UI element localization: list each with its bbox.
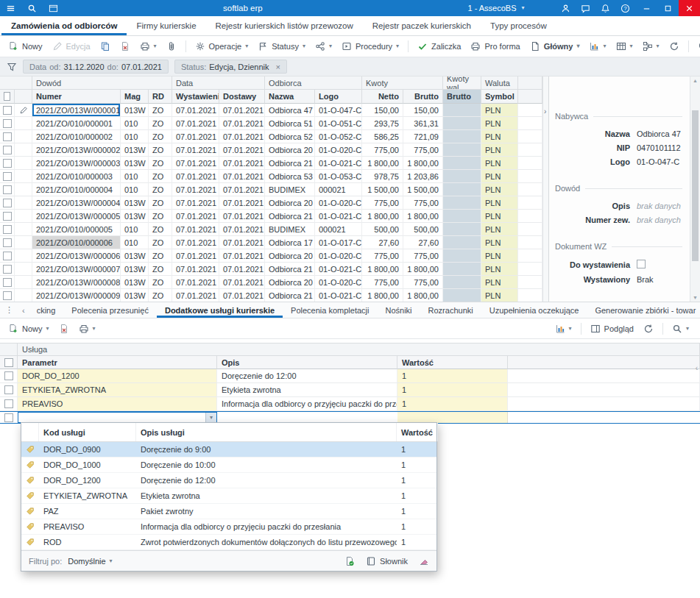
select-all-checkbox-cell[interactable]	[0, 90, 15, 104]
date-filter-chip[interactable]: Data od: 31.12.2020 do: 07.01.2021	[23, 60, 169, 74]
row-checkbox[interactable]	[3, 185, 12, 194]
row-checkbox[interactable]	[3, 291, 12, 300]
combo-dropdown-button[interactable]: ▾	[205, 413, 216, 422]
search-button[interactable]	[693, 38, 700, 54]
col-dostawy[interactable]: Dostawy	[219, 90, 265, 104]
order-row[interactable]: 2021/ZO/010/000004 010 ZO 07.01.2021 07.…	[0, 183, 542, 196]
picker-row[interactable]: DOR_DO_0900 Doręczenie do 9:00 1	[21, 442, 436, 458]
col-rd[interactable]: RD	[149, 90, 172, 104]
new-service-button[interactable]: Nowy▾	[4, 321, 54, 337]
zaliczka-button[interactable]: Zaliczka	[413, 38, 465, 54]
row-checkbox[interactable]	[4, 399, 13, 408]
col-wystawienia[interactable]: Wystawienia	[172, 90, 219, 104]
order-row[interactable]: 2021/ZO/013W/000001 013W ZO 07.01.2021 0…	[0, 104, 542, 117]
copy-button[interactable]	[96, 38, 115, 54]
col-mag[interactable]: Mag	[121, 90, 149, 104]
row-checkbox[interactable]	[3, 252, 12, 260]
group-kwoty-wal[interactable]: Kwoty wal.	[443, 76, 481, 90]
proforma-button[interactable]: Pro forma	[466, 38, 524, 54]
row-checkbox[interactable]	[3, 225, 12, 234]
order-row[interactable]: 2021/ZO/013W/000009 013W ZO 07.01.2021 0…	[0, 289, 542, 302]
statuses-menu[interactable]: Statusy▾	[253, 38, 310, 54]
row-checkbox[interactable]	[4, 371, 13, 380]
picker-row[interactable]: ROD Zwrot potwierdzonych dokumentów dołą…	[21, 535, 436, 550]
help-icon[interactable]	[617, 0, 634, 16]
group-waluta[interactable]: Waluta	[481, 76, 518, 90]
collapse-chevron-icon[interactable]: ›	[544, 107, 546, 115]
col-netto[interactable]: Netto	[362, 90, 403, 104]
picker-row[interactable]: PAZ Pakiet zwrotny 1	[21, 504, 436, 519]
col-brutto[interactable]: Brutto	[403, 90, 443, 104]
delete-service-button[interactable]	[54, 321, 74, 337]
col-wartosc[interactable]: Wartość	[397, 356, 508, 369]
print-menu[interactable]: ▾	[135, 38, 161, 54]
order-row[interactable]: 2021/ZO/013W/000004 013W ZO 07.01.2021 0…	[0, 196, 542, 210]
remove-filter-icon[interactable]: ×	[276, 63, 280, 71]
notifications-bell-icon[interactable]	[597, 0, 614, 16]
relations-menu[interactable]: ▾	[638, 38, 664, 54]
row-checkbox[interactable]	[3, 265, 12, 274]
order-row[interactable]: 2021/ZO/013W/000005 013W ZO 07.01.2021 0…	[0, 210, 542, 223]
col-opis[interactable]: Opis	[217, 356, 397, 369]
scroll-down-arrow[interactable]: ▼	[690, 295, 700, 300]
dictionary-button[interactable]: Słownik	[366, 556, 408, 566]
row-checkbox[interactable]	[3, 119, 12, 128]
col-nazwa[interactable]: Nazwa	[265, 90, 315, 104]
scrollbar-thumb[interactable]	[692, 110, 699, 261]
refresh-button[interactable]	[639, 321, 658, 337]
row-checkbox[interactable]	[4, 413, 13, 422]
select-all-checkbox[interactable]	[4, 92, 10, 101]
col-wartosc[interactable]: Wartość	[397, 423, 438, 441]
close-button[interactable]	[679, 0, 700, 16]
detail-tab[interactable]: cking	[29, 302, 64, 318]
global-search-button[interactable]	[21, 0, 43, 16]
edit-button[interactable]: Edycja	[48, 38, 95, 54]
main-tab[interactable]: Typy procesów	[481, 16, 556, 35]
order-row[interactable]: 2021/ZO/010/000001 010 ZO 07.01.2021 07.…	[0, 117, 542, 130]
edit-opis-cell[interactable]	[217, 412, 397, 423]
row-checkbox[interactable]	[3, 159, 12, 168]
service-row[interactable]: DOR_DO_1200 Doręczenie do 12:00 1	[0, 369, 700, 383]
edit-wartosc-cell[interactable]	[397, 412, 508, 423]
service-code-combobox[interactable]: ▾	[18, 412, 217, 423]
company-selector[interactable]: 1 - AssecoBS▾	[440, 0, 552, 16]
service-row[interactable]: ETYKIETA_ZWROTNA Etykieta zwrotna 1	[0, 383, 700, 397]
order-row[interactable]: 2021/ZO/010/000002 010 ZO 07.01.2021 07.…	[0, 130, 542, 143]
order-row[interactable]: 2021/ZO/013W/000003 013W ZO 07.01.2021 0…	[0, 157, 542, 170]
panel-splitter[interactable]: ›	[542, 76, 549, 302]
row-checkbox[interactable]	[3, 278, 12, 287]
select-all-checkbox-cell[interactable]	[0, 356, 18, 369]
col-opis-uslugi[interactable]: Opis usługi	[136, 423, 397, 441]
main-tab[interactable]: Rejestr paczek kurierskich	[363, 16, 481, 35]
analysis-menu[interactable]: ▾	[584, 38, 610, 54]
eraser-icon[interactable]	[419, 556, 429, 566]
glowny-menu[interactable]: Główny▾	[526, 38, 584, 54]
row-checkbox[interactable]	[4, 385, 13, 394]
col-kod-uslugi[interactable]: Kod usługi	[39, 423, 136, 441]
select-all-checkbox[interactable]	[4, 358, 13, 367]
group-data[interactable]: Data	[172, 76, 265, 90]
col-brutto-wal[interactable]: Brutto	[443, 90, 481, 104]
group-kwoty[interactable]: Kwoty	[362, 76, 443, 90]
add-entry-icon[interactable]	[344, 556, 355, 566]
funnel-icon[interactable]	[7, 62, 17, 72]
picker-row[interactable]: ETYKIETA_ZWROTNA Etykieta zwrotna 1	[21, 488, 436, 504]
tab-menu-icon[interactable]: ⋮	[0, 302, 18, 318]
main-tab[interactable]: Rejestr kurierskich listów przewozow	[206, 16, 363, 35]
do-wystawienia-checkbox[interactable]	[637, 260, 646, 268]
row-checkbox[interactable]	[3, 199, 12, 207]
new-button[interactable]: Nowy	[4, 38, 47, 54]
detail-tab[interactable]: Polecenia przesunięć	[63, 302, 157, 318]
user-icon[interactable]	[557, 0, 574, 16]
analysis-menu[interactable]: ▾	[551, 321, 576, 337]
row-checkbox[interactable]	[3, 132, 12, 141]
row-checkbox[interactable]	[3, 172, 12, 181]
detail-tab[interactable]: Rozrachunki	[420, 302, 481, 318]
col-logo[interactable]: Logo	[315, 90, 362, 104]
maximize-button[interactable]	[657, 0, 679, 16]
order-row[interactable]: 2021/ZO/010/000006 010 ZO 07.01.2021 07.…	[0, 236, 542, 249]
search-button[interactable]: ▾	[668, 321, 693, 337]
picker-row[interactable]: DOR_DO_1000 Doręczenie do 10:00 1	[21, 458, 436, 473]
group-odbiorca[interactable]: Odbiorca	[265, 76, 362, 90]
filter-by-dropdown[interactable]: Domyślnie▾	[68, 557, 112, 566]
